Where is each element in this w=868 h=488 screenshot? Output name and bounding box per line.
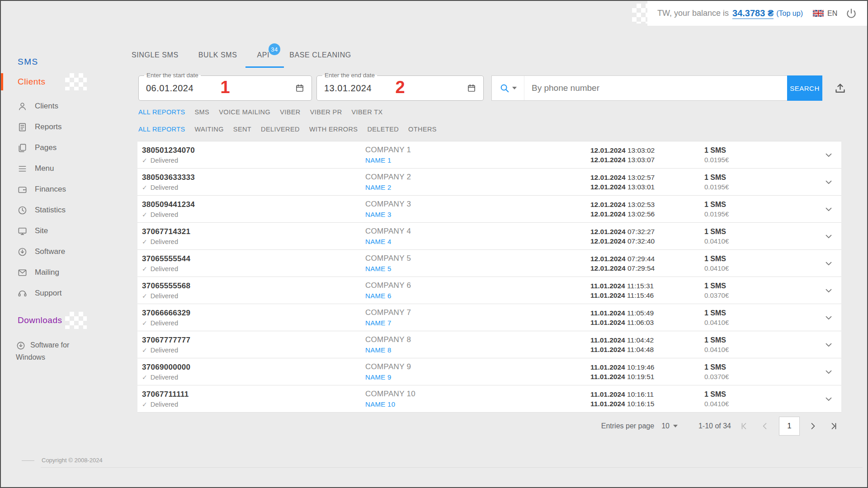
sidebar-item[interactable]: Menu: [1, 158, 130, 179]
tab[interactable]: API 34: [255, 42, 272, 68]
check-icon: ✓: [142, 238, 147, 245]
search-input[interactable]: [524, 76, 787, 100]
company-name: COMPANY 4: [365, 227, 590, 236]
sender-name-link[interactable]: NAME 5: [365, 265, 392, 272]
sidebar-item[interactable]: Statistics: [1, 200, 130, 221]
calendar-icon[interactable]: [295, 84, 304, 93]
tab[interactable]: BASE CLEANING: [288, 42, 353, 68]
last-page-button[interactable]: [826, 418, 841, 434]
filter-chip[interactable]: VIBER PR: [310, 108, 342, 116]
current-page-input[interactable]: 1: [779, 417, 800, 436]
search-button[interactable]: SEARCH: [787, 75, 822, 101]
table-row[interactable]: 37067711111 ✓Delivered COMPANY 10 NAME 1…: [137, 385, 841, 413]
sidebar-item[interactable]: Clients: [1, 96, 130, 117]
filter-chip[interactable]: ALL REPORTS: [138, 108, 185, 116]
chevron-down-icon[interactable]: [824, 367, 834, 377]
topup-link[interactable]: (Top up): [776, 9, 803, 18]
expand-cell: [816, 394, 841, 404]
chevron-down-icon[interactable]: [824, 313, 834, 323]
tab[interactable]: BULK SMS: [197, 42, 239, 68]
sidebar-item[interactable]: Software: [1, 241, 130, 262]
sidebar-item[interactable]: Pages: [1, 137, 130, 158]
tab-bar: SINGLE SMS BULK SMS API 34 BASE CLEANING: [130, 42, 369, 68]
sender-name-link[interactable]: NAME 10: [365, 400, 395, 408]
start-date-field[interactable]: Enter the start date 06.01.2024 1: [138, 75, 312, 101]
sidebar-item[interactable]: Support: [1, 283, 130, 304]
filter-chip[interactable]: SMS: [195, 108, 210, 116]
calendar-icon[interactable]: [467, 84, 476, 93]
power-icon[interactable]: [845, 8, 857, 19]
filter-chip[interactable]: VIBER: [280, 108, 301, 116]
table-row[interactable]: 37067714321 ✓Delivered COMPANY 4 NAME 4 …: [137, 223, 841, 250]
start-date-value[interactable]: 06.01.2024: [146, 83, 295, 94]
chevron-down-icon[interactable]: [824, 204, 834, 214]
chevron-down-icon[interactable]: [824, 231, 834, 241]
phone-number: 37066666329: [142, 309, 365, 318]
sender-name-link[interactable]: NAME 6: [365, 292, 392, 300]
sidebar-item[interactable]: Finances: [1, 179, 130, 200]
dates-cell: 12.01.2024 13:02:53 12.01.2024 13:02:56: [590, 200, 704, 219]
end-date-label: Enter the end date: [322, 72, 377, 79]
chevron-down-icon[interactable]: [824, 340, 834, 350]
filter-chip[interactable]: VIBER TX: [352, 108, 383, 116]
chevron-down-icon[interactable]: [824, 394, 834, 404]
tab[interactable]: SINGLE SMS: [130, 42, 180, 68]
sidebar-item[interactable]: Reports: [1, 117, 130, 137]
sent-datetime: 12.01.2024 07:29:44: [590, 254, 704, 263]
phone-cell: 37065555544 ✓Delivered: [142, 254, 365, 272]
first-page-button[interactable]: [736, 418, 752, 434]
check-icon: ✓: [142, 319, 147, 327]
end-date-field[interactable]: Enter the end date 13.01.2024 2: [316, 75, 484, 101]
delivered-datetime: 11.01.2024 10:19:51: [590, 372, 704, 381]
table-row[interactable]: 37069000000 ✓Delivered COMPANY 9 NAME 9 …: [137, 358, 841, 385]
sender-name-link[interactable]: NAME 4: [365, 238, 392, 245]
filter-chip[interactable]: SENT: [233, 126, 251, 133]
chevron-down-icon[interactable]: [824, 286, 834, 296]
chevron-down-icon[interactable]: [824, 177, 834, 187]
delivered-datetime: 11.01.2024 11:15:46: [590, 291, 704, 300]
search-type-dropdown[interactable]: [492, 76, 524, 100]
table-row[interactable]: 380501234070 ✓Delivered COMPANY 1 NAME 1…: [137, 141, 841, 169]
language-selector[interactable]: EN: [827, 9, 837, 18]
balance-amount[interactable]: 34.3783 ₴: [732, 8, 774, 19]
upload-icon[interactable]: [834, 82, 846, 94]
table-row[interactable]: 380503633333 ✓Delivered COMPANY 2 NAME 2…: [137, 169, 841, 196]
dates-cell: 11.01.2024 11:05:49 11.01.2024 11:06:03: [590, 308, 704, 327]
sms-price: 0.0370€: [704, 373, 816, 380]
company-name: COMPANY 8: [365, 335, 590, 344]
sidebar-item[interactable]: Site: [1, 221, 130, 241]
sender-name-link[interactable]: NAME 8: [365, 346, 392, 354]
filter-chip[interactable]: DELETED: [367, 126, 399, 133]
count-cell: 1 SMS 0.0410€: [704, 228, 816, 245]
filter-chip[interactable]: ALL REPORTS: [138, 126, 185, 133]
status-label: Delivered: [151, 211, 178, 218]
sender-name-link[interactable]: NAME 9: [365, 373, 392, 381]
sender-name-link[interactable]: NAME 3: [365, 211, 392, 218]
count-cell: 1 SMS 0.0195€: [704, 201, 816, 218]
table-row[interactable]: 37066666329 ✓Delivered COMPANY 7 NAME 7 …: [137, 304, 841, 331]
filter-chip[interactable]: DELIVERED: [261, 126, 300, 133]
end-date-value[interactable]: 13.01.2024: [324, 83, 467, 94]
filter-chip[interactable]: OTHERS: [408, 126, 437, 133]
next-page-button[interactable]: [805, 418, 821, 434]
uk-flag-icon: [813, 10, 824, 17]
filter-chip[interactable]: VOICE MAILING: [219, 108, 270, 116]
filter-chip[interactable]: WITH ERRORS: [309, 126, 358, 133]
entries-per-page-select[interactable]: 10: [661, 422, 678, 430]
table-row[interactable]: 380509441234 ✓Delivered COMPANY 3 NAME 3…: [137, 196, 841, 223]
sidebar-section-sms[interactable]: SMS: [18, 57, 38, 67]
sidebar-item-software-for-windows[interactable]: Software for Windows: [1, 339, 87, 363]
table-row[interactable]: 37065555544 ✓Delivered COMPANY 5 NAME 5 …: [137, 250, 841, 277]
chevron-down-icon[interactable]: [824, 150, 834, 160]
sender-name-link[interactable]: NAME 7: [365, 319, 392, 327]
sender-name-link[interactable]: NAME 1: [365, 156, 392, 164]
sidebar-item[interactable]: Mailing: [1, 262, 130, 283]
table-row[interactable]: 37065555568 ✓Delivered COMPANY 6 NAME 6 …: [137, 277, 841, 304]
sender-name-link[interactable]: NAME 2: [365, 183, 392, 191]
filter-chip[interactable]: WAITING: [195, 126, 224, 133]
table-row[interactable]: 37067777777 ✓Delivered COMPANY 8 NAME 8 …: [137, 331, 841, 358]
download-circle-icon: [17, 247, 28, 257]
chevron-down-icon[interactable]: [824, 258, 834, 268]
prev-page-button[interactable]: [757, 418, 773, 434]
sms-count: 1 SMS: [704, 363, 816, 371]
